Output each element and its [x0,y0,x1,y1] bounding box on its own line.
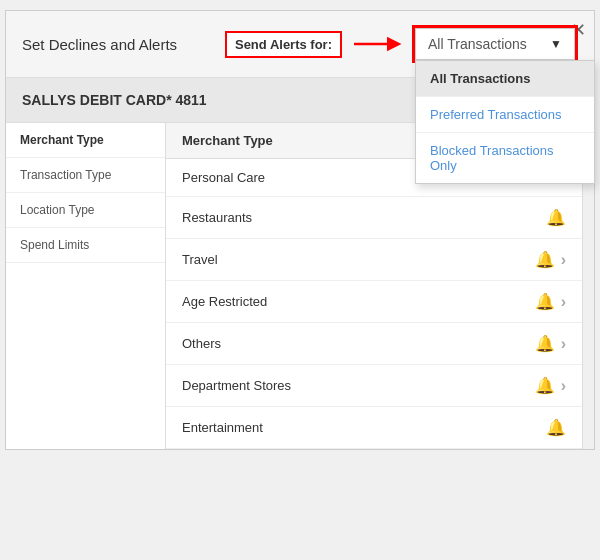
table-row[interactable]: Entertainment 🔔 [166,407,582,449]
table-row[interactable]: Department Stores 🔔 › [166,365,582,407]
chevron-right-icon: › [561,293,566,311]
table-row[interactable]: Others 🔔 › [166,323,582,365]
dropdown-selected-text: All Transactions [428,36,527,52]
sidebar-item-transaction-type[interactable]: Transaction Type [6,158,165,193]
row-icons: 🔔 › [535,292,566,311]
table-row[interactable]: Travel 🔔 › [166,239,582,281]
row-label-age-restricted: Age Restricted [182,294,267,309]
row-icons: 🔔 › [535,250,566,269]
modal-header: Set Declines and Alerts Send Alerts for:… [6,11,594,78]
chevron-right-icon: › [561,377,566,395]
row-label-department-stores: Department Stores [182,378,291,393]
dropdown-option-all[interactable]: All Transactions [416,61,594,97]
row-label-personal-care: Personal Care [182,170,265,185]
row-icons: 🔔 › [535,376,566,395]
modal-container: Set Declines and Alerts Send Alerts for:… [5,10,595,450]
sidebar-item-spend-limits[interactable]: Spend Limits [6,228,165,263]
card-name: SALLYS DEBIT CARD* 4811 [22,92,207,108]
row-label-restaurants: Restaurants [182,210,252,225]
row-label-others: Others [182,336,221,351]
row-icons: 🔔 [546,418,566,437]
row-label-entertainment: Entertainment [182,420,263,435]
row-icons: 🔔 › [535,334,566,353]
arrow-icon [352,33,402,55]
table-row[interactable]: Restaurants 🔔 [166,197,582,239]
sidebar-item-location-type[interactable]: Location Type [6,193,165,228]
send-alerts-label: Send Alerts for: [225,31,342,58]
table-row[interactable]: Age Restricted 🔔 › [166,281,582,323]
header-right: Send Alerts for: All Transactions ▼ All [225,25,578,63]
row-icons: 🔔 [546,208,566,227]
dropdown-option-blocked[interactable]: Blocked Transactions Only [416,133,594,183]
bell-icon: 🔔 [535,334,555,353]
bell-icon: 🔔 [546,208,566,227]
dropdown-container: All Transactions ▼ All Transactions Pref… [412,25,578,63]
bell-icon: 🔔 [535,292,555,311]
chevron-right-icon: › [561,251,566,269]
sidebar: Merchant Type Transaction Type Location … [6,123,166,449]
sidebar-item-merchant-type[interactable]: Merchant Type [6,123,165,158]
modal-title: Set Declines and Alerts [22,36,177,53]
row-label-travel: Travel [182,252,218,267]
dropdown-menu: All Transactions Preferred Transactions … [415,60,595,184]
bell-icon: 🔔 [535,376,555,395]
dropdown-option-preferred[interactable]: Preferred Transactions [416,97,594,133]
bell-icon: 🔔 [535,250,555,269]
chevron-right-icon: › [561,335,566,353]
all-transactions-dropdown[interactable]: All Transactions ▼ [415,28,575,60]
dropdown-arrow-icon: ▼ [550,37,562,51]
bell-icon: 🔔 [546,418,566,437]
